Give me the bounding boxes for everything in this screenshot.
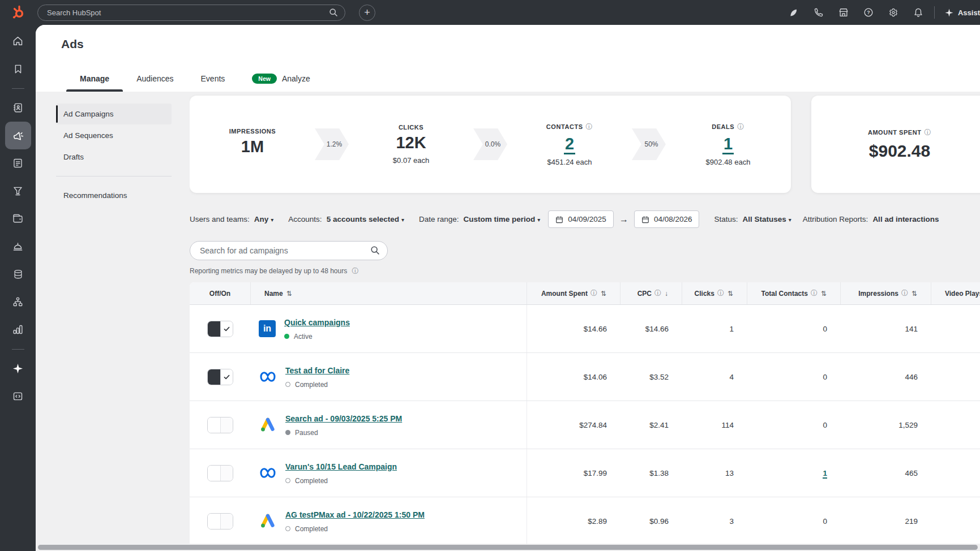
subnav-item-ad-campaigns[interactable]: Ad Campaigns bbox=[56, 104, 172, 124]
marketplace-icon[interactable] bbox=[838, 7, 849, 18]
start-date-input[interactable]: 04/09/2025 bbox=[548, 210, 614, 228]
copilot-icon[interactable] bbox=[788, 7, 799, 18]
table-header-row: Off/OnName⇅Amount Spentⓘ⇅CPCⓘ↓Clicksⓘ⇅To… bbox=[190, 282, 980, 305]
metrics-cards-row: IMPRESSIONS 1M 1.2% CLICKS 12K $0.07 eac… bbox=[190, 96, 980, 193]
campaign-name-link[interactable]: Test ad for Claire bbox=[285, 366, 349, 375]
attribution-dropdown[interactable]: All ad interactions bbox=[872, 215, 939, 223]
notifications-icon[interactable] bbox=[913, 7, 924, 18]
nav-marketing-icon[interactable] bbox=[5, 122, 31, 149]
info-icon[interactable]: ⓘ bbox=[590, 289, 597, 298]
campaign-toggle[interactable] bbox=[207, 513, 233, 530]
nav-sales-icon[interactable] bbox=[5, 177, 31, 205]
deals-count-link[interactable]: 1 bbox=[722, 135, 734, 154]
nav-data-icon[interactable] bbox=[5, 260, 31, 288]
status-dropdown[interactable]: All Statuses▾ bbox=[743, 215, 791, 223]
scrollbar-thumb[interactable] bbox=[38, 545, 978, 550]
settings-icon[interactable] bbox=[888, 7, 899, 18]
subnav-item-ad-sequences[interactable]: Ad Sequences bbox=[56, 125, 172, 146]
users-teams-dropdown[interactable]: Any▾ bbox=[254, 215, 274, 223]
main-column: IMPRESSIONS 1M 1.2% CLICKS 12K $0.07 eac… bbox=[190, 92, 980, 551]
nav-breeze-ai-icon[interactable] bbox=[5, 355, 31, 382]
campaign-toggle[interactable] bbox=[207, 417, 233, 433]
subnav-item-recommendations[interactable]: Recommendations bbox=[56, 185, 172, 206]
nav-home-icon[interactable] bbox=[5, 27, 31, 55]
global-search-input[interactable] bbox=[37, 5, 345, 21]
topbar-icon-group: ? bbox=[788, 7, 924, 18]
info-icon[interactable]: ⓘ bbox=[654, 289, 661, 298]
clicks-cell: 1 bbox=[682, 325, 747, 333]
campaign-search-input[interactable] bbox=[190, 241, 388, 260]
subnav-item-drafts[interactable]: Drafts bbox=[56, 147, 172, 167]
info-icon[interactable]: ⓘ bbox=[901, 289, 908, 298]
clicks-cell: 13 bbox=[682, 469, 747, 477]
assist-label: Assist bbox=[958, 8, 980, 17]
status-label: Completed bbox=[295, 381, 328, 389]
tab-manage[interactable]: Manage bbox=[66, 74, 123, 92]
campaign-name-link[interactable]: AG testPMax ad - 10/22/2025 1:50 PM bbox=[285, 510, 425, 519]
reporting-delay-notice: Reporting metrics may be delayed by up t… bbox=[190, 266, 980, 276]
info-icon[interactable]: ⓘ bbox=[717, 289, 724, 298]
campaign-status: Completed bbox=[285, 381, 349, 389]
tab-analyze[interactable]: New Analyze bbox=[238, 74, 323, 92]
table-row: Search ad - 09/03/2025 5:25 PM Paused $2… bbox=[190, 401, 980, 449]
nav-crm-contacts-icon[interactable] bbox=[5, 94, 31, 122]
column-header-impressions[interactable]: Impressionsⓘ⇅ bbox=[841, 282, 931, 304]
sort-icon[interactable]: ↓ bbox=[665, 290, 668, 298]
campaign-name-link[interactable]: Quick campaigns bbox=[284, 318, 350, 327]
nav-commerce-icon[interactable] bbox=[5, 205, 31, 233]
nav-reporting-icon[interactable] bbox=[5, 316, 31, 343]
info-icon[interactable]: ⓘ bbox=[811, 289, 818, 298]
create-button[interactable]: + bbox=[359, 5, 375, 21]
info-icon[interactable]: ⓘ bbox=[737, 123, 744, 131]
info-icon[interactable]: ⓘ bbox=[352, 267, 359, 275]
column-header-video-plays[interactable]: Video Plays bbox=[931, 282, 980, 304]
hubspot-logo-icon[interactable] bbox=[11, 5, 25, 20]
total-contacts-cell: 0 bbox=[747, 325, 841, 333]
status-label: Active bbox=[294, 333, 313, 341]
sort-icon[interactable]: ⇅ bbox=[601, 290, 606, 298]
column-header-off-on[interactable]: Off/On bbox=[190, 282, 251, 304]
contacts-count-link[interactable]: 2 bbox=[564, 135, 575, 154]
nav-content-icon[interactable] bbox=[5, 149, 31, 177]
calendar-icon bbox=[641, 216, 649, 223]
sort-icon[interactable]: ⇅ bbox=[286, 290, 292, 298]
accounts-label: Accounts: bbox=[288, 215, 322, 223]
help-icon[interactable]: ? bbox=[863, 7, 874, 18]
left-navigation-rail bbox=[0, 25, 36, 551]
sort-icon[interactable]: ⇅ bbox=[727, 290, 733, 298]
nav-service-icon[interactable] bbox=[5, 233, 31, 260]
clicks-cell: 3 bbox=[682, 517, 747, 526]
tab-audiences[interactable]: Audiences bbox=[123, 74, 187, 92]
nav-developer-icon[interactable] bbox=[5, 382, 31, 410]
status-dot-icon bbox=[284, 334, 289, 339]
tab-events[interactable]: Events bbox=[187, 74, 239, 92]
column-header-cpc[interactable]: CPCⓘ↓ bbox=[620, 282, 682, 304]
column-header-amount-spent[interactable]: Amount Spentⓘ⇅ bbox=[527, 282, 620, 304]
campaign-name-link[interactable]: Search ad - 09/03/2025 5:25 PM bbox=[285, 414, 402, 423]
campaign-toggle[interactable] bbox=[207, 369, 233, 385]
cpc-cell: $1.38 bbox=[620, 469, 682, 477]
nav-automation-icon[interactable] bbox=[5, 288, 31, 316]
accounts-dropdown[interactable]: 5 accounts selected▾ bbox=[327, 215, 404, 223]
column-header-total-contacts[interactable]: Total Contactsⓘ⇅ bbox=[747, 282, 841, 304]
sort-icon[interactable]: ⇅ bbox=[911, 290, 917, 298]
end-date-input[interactable]: 04/08/2026 bbox=[634, 210, 700, 228]
info-icon[interactable]: ⓘ bbox=[586, 123, 593, 131]
meta-icon bbox=[259, 368, 277, 386]
date-range-dropdown[interactable]: Custom time period▾ bbox=[464, 215, 541, 223]
total-contacts-link[interactable]: 1 bbox=[823, 469, 827, 479]
nav-bookmarks-icon[interactable] bbox=[5, 55, 31, 83]
info-icon[interactable]: ⓘ bbox=[925, 128, 932, 136]
assist-button[interactable]: Assist bbox=[945, 8, 980, 17]
attribution-label: Attribution Reports: bbox=[803, 215, 868, 223]
table-row: Test ad for Claire Completed $14.06$3.52… bbox=[190, 353, 980, 401]
calling-icon[interactable] bbox=[813, 7, 824, 18]
campaign-toggle[interactable] bbox=[207, 465, 233, 481]
campaign-toggle[interactable] bbox=[207, 321, 233, 337]
column-header-name[interactable]: Name⇅ bbox=[251, 282, 527, 304]
impressions-cell: 446 bbox=[841, 373, 931, 381]
campaign-name-link[interactable]: Varun's 10/15 Lead Campaign bbox=[285, 462, 397, 471]
metric-clicks: CLICKS 12K $0.07 each bbox=[357, 124, 465, 165]
sort-icon[interactable]: ⇅ bbox=[821, 290, 827, 298]
column-header-clicks[interactable]: Clicksⓘ⇅ bbox=[682, 282, 747, 304]
